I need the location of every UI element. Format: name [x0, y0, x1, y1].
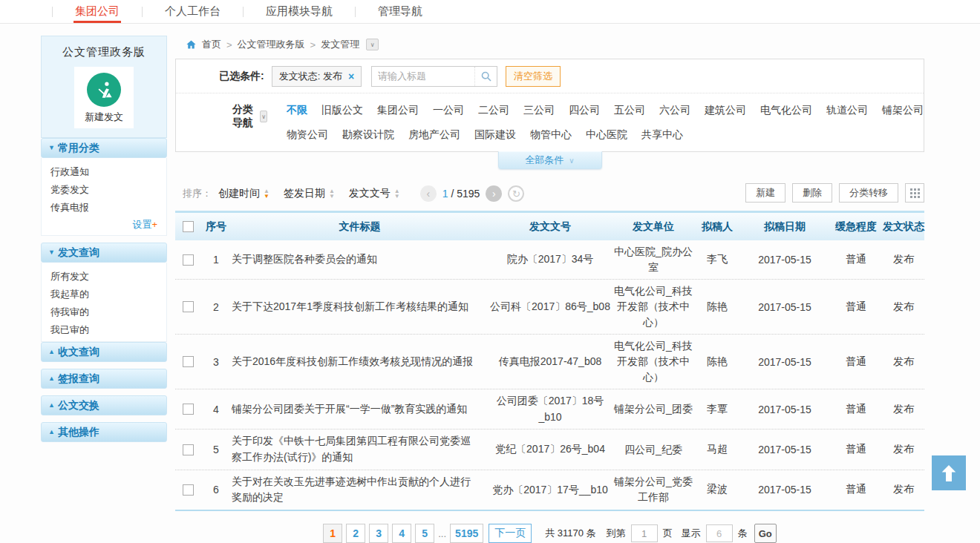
- grid-view-icon[interactable]: [905, 183, 924, 203]
- row-checkbox[interactable]: [183, 301, 194, 312]
- page-button[interactable]: 5: [415, 524, 434, 543]
- sidebar-section-header[interactable]: ▲ 收文查询: [41, 342, 167, 362]
- new-document-button[interactable]: 新建发文: [74, 67, 134, 128]
- category-link[interactable]: 三公司: [523, 102, 555, 117]
- top-nav: 集团公司 个人工作台 应用模块导航 管理导航: [0, 0, 980, 24]
- category-link[interactable]: 五公司: [614, 102, 645, 117]
- goto-page-input[interactable]: [631, 524, 658, 542]
- category-link[interactable]: 六公司: [659, 102, 690, 117]
- top-nav-item[interactable]: 集团公司: [30, 0, 120, 23]
- category-link[interactable]: 建筑公司: [705, 102, 746, 117]
- search-input[interactable]: [372, 67, 474, 86]
- arrow-up-icon: [938, 463, 959, 484]
- cell-title[interactable]: 关于印发《中铁十七局集团第四工程有限公司党委巡察工作办法(试行)》的通知: [232, 433, 488, 465]
- category-link[interactable]: 物资公司: [287, 127, 328, 142]
- select-all-checkbox[interactable]: [183, 221, 194, 232]
- category-link[interactable]: 二公司: [478, 102, 509, 117]
- top-nav-item[interactable]: 应用模块导航: [220, 0, 333, 23]
- clear-filters-button[interactable]: 清空筛选: [506, 66, 561, 87]
- cell-title[interactable]: 关于对在关改玉先进事迹选树中作出贡献的个人进行奖励的决定: [232, 474, 488, 506]
- row-checkbox[interactable]: [183, 444, 194, 455]
- triangle-up-icon: ▲: [48, 349, 55, 355]
- main-content: 首页 > 公文管理政务版 > 发文管理 ∨ 已选条件: 发文状态: 发布 ×: [175, 37, 924, 543]
- next-page-icon[interactable]: ›: [486, 185, 502, 202]
- row-checkbox[interactable]: [183, 404, 194, 415]
- category-link[interactable]: 旧版公文: [321, 102, 363, 117]
- category-link[interactable]: 铺架公司: [882, 102, 924, 117]
- category-dropdown-icon[interactable]: ∨: [260, 111, 267, 122]
- sort-field[interactable]: 发文文号 ▲▼: [349, 187, 400, 200]
- row-checkbox[interactable]: [183, 484, 194, 496]
- sidebar-section-header[interactable]: ▲ 签报查询: [41, 369, 167, 389]
- category-link[interactable]: 中心医院: [586, 127, 627, 142]
- last-page-button[interactable]: 5195: [450, 524, 483, 543]
- page-size-input[interactable]: [706, 524, 733, 542]
- row-checkbox[interactable]: [183, 254, 194, 266]
- display-suffix: 条: [738, 527, 748, 540]
- action-button[interactable]: 删除: [792, 183, 832, 203]
- cell-title[interactable]: 铺架分公司团委关于开展“一学一做”教育实践的通知: [232, 401, 488, 418]
- sidebar-section-header[interactable]: ▲ 其他操作: [41, 422, 167, 442]
- close-icon[interactable]: ×: [348, 71, 354, 82]
- refresh-icon[interactable]: ↻: [508, 185, 524, 202]
- sidebar-section-collapsed: ▲ 签报查询: [41, 369, 167, 389]
- cell-title[interactable]: 关于调整医院各种委员会的通知: [232, 251, 488, 268]
- pagination-bar: 1 2 3 4 5 ... 5195 下一页 共 31170 条 到第 页 显示…: [175, 524, 924, 543]
- sidebar-item[interactable]: 党委发文: [42, 181, 166, 199]
- sidebar-item[interactable]: 行政通知: [42, 163, 166, 181]
- top-nav-item[interactable]: 个人工作台: [120, 0, 220, 23]
- top-nav-item[interactable]: 管理导航: [333, 0, 422, 23]
- page-button[interactable]: 3: [369, 524, 388, 543]
- table-row: 5 关于印发《中铁十七局集团第四工程有限公司党委巡察工作办法(试行)》的通知 党…: [175, 430, 924, 470]
- table-actions: 新建 删除 分类转移: [745, 183, 924, 203]
- sidebar-item[interactable]: 我起草的: [42, 286, 166, 303]
- sidebar-section-header-outgoing[interactable]: ▼ 发文查询: [41, 243, 167, 263]
- sidebar-item[interactable]: 我已审的: [42, 321, 166, 339]
- cell-title[interactable]: 关于下达2017年1季度科技创新工作考核结果的通知: [232, 299, 488, 315]
- action-button[interactable]: 分类转移: [839, 183, 898, 203]
- breadcrumb-current[interactable]: 发文管理: [321, 38, 359, 51]
- all-conditions-button[interactable]: 全部条件 ∨: [498, 151, 602, 169]
- settings-link[interactable]: 设置: [132, 219, 151, 230]
- sidebar-item[interactable]: 所有发文: [42, 268, 166, 286]
- triangle-up-icon: ▲: [48, 429, 55, 435]
- category-link[interactable]: 房地产公司: [408, 127, 460, 142]
- category-link[interactable]: 勘察设计院: [342, 127, 394, 142]
- category-link[interactable]: 电气化公司: [760, 102, 812, 117]
- back-to-top-button[interactable]: [932, 455, 966, 490]
- header-title: 文件标题: [232, 219, 488, 235]
- home-icon[interactable]: [186, 39, 197, 50]
- sidebar-section-header-common[interactable]: ▼ 常用分类: [41, 138, 167, 158]
- next-page-button[interactable]: 下一页: [489, 524, 532, 543]
- cell-title[interactable]: 关于2016年度科技创新工作绩效考核兑现情况的通报: [232, 354, 488, 370]
- sidebar-item[interactable]: 待我审的: [42, 303, 166, 321]
- category-link[interactable]: 物管中心: [530, 127, 572, 142]
- category-link[interactable]: 一公司: [433, 102, 464, 117]
- row-checkbox[interactable]: [183, 356, 194, 367]
- plus-icon: +: [151, 219, 157, 230]
- search-icon[interactable]: [474, 67, 497, 86]
- section-label: 发文查询: [58, 246, 99, 260]
- category-link[interactable]: 国际建设: [474, 127, 516, 142]
- cell-doc-no: 传真电报2017-47_b08: [488, 354, 612, 370]
- category-link[interactable]: 集团公司: [377, 102, 419, 117]
- go-button[interactable]: Go: [754, 524, 777, 543]
- sidebar-item[interactable]: 传真电报: [42, 199, 166, 217]
- page-button[interactable]: 4: [392, 524, 411, 543]
- category-link[interactable]: 不限: [287, 102, 307, 117]
- action-button[interactable]: 新建: [745, 183, 785, 203]
- breadcrumb-module[interactable]: 公文管理政务版: [238, 38, 305, 51]
- category-link[interactable]: 共享中心: [641, 127, 683, 142]
- section-label: 公文交换: [58, 399, 99, 412]
- breadcrumb-dropdown-icon[interactable]: ∨: [366, 39, 379, 50]
- page-button[interactable]: 1: [323, 524, 342, 543]
- cell-drafter: 李飞: [694, 253, 740, 266]
- sidebar-section-header[interactable]: ▲ 公文交换: [41, 395, 167, 415]
- prev-page-icon[interactable]: ‹: [420, 185, 437, 202]
- category-link[interactable]: 四公司: [569, 102, 600, 117]
- page-button[interactable]: 2: [346, 524, 365, 543]
- breadcrumb-home[interactable]: 首页: [202, 38, 221, 51]
- sort-field[interactable]: 创建时间 ▲▼: [218, 187, 270, 200]
- sort-field[interactable]: 签发日期 ▲▼: [284, 187, 335, 200]
- category-link[interactable]: 轨道公司: [826, 102, 868, 117]
